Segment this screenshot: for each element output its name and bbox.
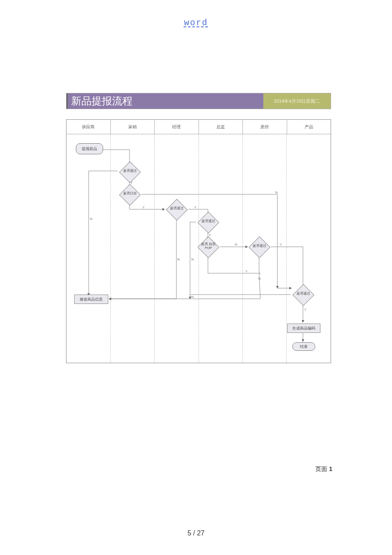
- title-bar: 新品提报流程 2014年4月29日星期二: [66, 93, 331, 109]
- svg-text:Y: Y: [142, 205, 145, 209]
- svg-text:N: N: [191, 257, 194, 261]
- start-node: 提报新品: [76, 143, 103, 154]
- svg-text:Y: Y: [209, 233, 211, 237]
- svg-text:N: N: [235, 243, 237, 246]
- page-label: 页面 1: [315, 465, 332, 473]
- process-modify: 修改商品信息: [74, 295, 108, 304]
- process-generate: 生成商品编码: [287, 324, 320, 333]
- flow-title: 新品提报流程: [66, 93, 263, 109]
- svg-text:N: N: [258, 277, 261, 280]
- svg-text:N: N: [177, 257, 180, 261]
- svg-text:Y: Y: [245, 269, 248, 273]
- end-node: 结束: [292, 342, 315, 351]
- svg-text:N: N: [191, 295, 194, 299]
- svg-text:Y: Y: [194, 205, 197, 209]
- flow-date: 2014年4月29日星期二: [263, 93, 331, 109]
- page-number: 5 / 27: [0, 529, 392, 537]
- svg-text:N: N: [90, 217, 92, 221]
- svg-text:N: N: [275, 191, 278, 194]
- flowchart: 供应商 采销 经理 总监 质控 产品: [66, 119, 331, 363]
- header-link[interactable]: word: [0, 18, 392, 28]
- svg-text:Y: Y: [304, 308, 307, 312]
- svg-text:Y: Y: [280, 243, 282, 246]
